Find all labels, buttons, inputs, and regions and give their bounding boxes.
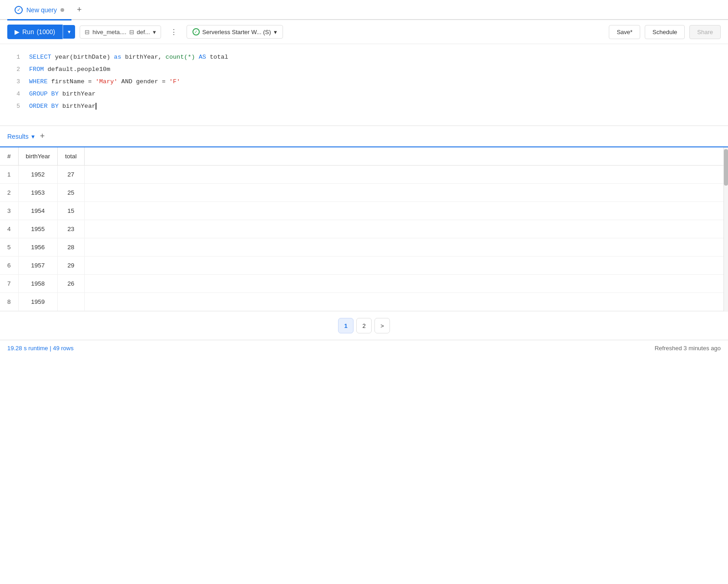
cell-empty <box>84 238 728 257</box>
results-table: # birthYear total 1195227219532531954154… <box>0 147 728 311</box>
col-header-num: # <box>0 147 18 166</box>
results-dropdown-icon: ▾ <box>31 133 35 140</box>
col-header-empty <box>84 147 728 166</box>
table-row: 81959 <box>0 293 728 311</box>
cell-empty <box>84 257 728 275</box>
code-content: GROUP BY birthYear <box>29 89 96 100</box>
results-section: Results ▾ + # birthYear total 1195227219… <box>0 126 728 340</box>
add-tab-button[interactable]: + <box>71 0 87 20</box>
query-tab[interactable]: ✓ New query <box>7 0 71 20</box>
line-number: 2 <box>7 65 20 75</box>
results-tab-label: Results <box>7 133 29 140</box>
code-line-2: 2 FROM default.people10m <box>0 64 728 76</box>
col-header-birthyear: birthYear <box>18 147 58 166</box>
page-next-button[interactable]: > <box>374 318 390 333</box>
run-triangle-icon: ▶ <box>15 28 20 35</box>
cell-total: 25 <box>58 184 85 202</box>
toolbar: ▶ Run (1000) ▾ ⊟ hive_meta.... ⊟ def... … <box>0 20 728 44</box>
refreshed-status: Refreshed 3 minutes ago <box>655 345 721 352</box>
tab-check-icon: ✓ <box>15 6 23 14</box>
cell-empty <box>84 202 728 220</box>
results-header: Results ▾ + <box>0 126 728 147</box>
chevron-down-icon: ▾ <box>68 29 71 35</box>
results-tab[interactable]: Results ▾ <box>7 133 35 140</box>
cell-empty <box>84 220 728 238</box>
more-options-button[interactable]: ⋮ <box>166 25 182 39</box>
cell-birthyear: 1959 <box>18 293 58 311</box>
page-1-button[interactable]: 1 <box>338 318 354 333</box>
table-row: 1195227 <box>0 166 728 184</box>
table-row: 7195826 <box>0 275 728 293</box>
cell-empty <box>84 275 728 293</box>
schedule-button[interactable]: Schedule <box>645 25 685 39</box>
cell-total: 23 <box>58 220 85 238</box>
save-button[interactable]: Save* <box>609 25 640 39</box>
scrollbar-thumb[interactable] <box>724 149 728 186</box>
cell-row-num: 8 <box>0 293 18 311</box>
catalog-icon: ⊟ <box>85 29 90 35</box>
runtime-status: 19.28 s runtime | 49 rows <box>7 345 74 352</box>
cell-empty <box>84 166 728 184</box>
code-editor[interactable]: 1 SELECT year(birthDate) as birthYear, c… <box>0 44 728 126</box>
tab-bar: ✓ New query + <box>0 0 728 20</box>
cell-empty <box>84 184 728 202</box>
add-result-tab-button[interactable]: + <box>38 131 47 141</box>
run-label: Run <box>22 28 34 35</box>
code-line-1: 1 SELECT year(birthDate) as birthYear, c… <box>0 51 728 64</box>
table-row: 3195415 <box>0 202 728 220</box>
catalog-label: hive_meta.... <box>92 29 126 35</box>
code-content: WHERE firstName = 'Mary' AND gender = 'F… <box>29 77 180 87</box>
status-bar: 19.28 s runtime | 49 rows Refreshed 3 mi… <box>0 340 728 356</box>
schema-label: def... <box>137 29 150 35</box>
chevron-down-icon: ▾ <box>153 29 156 35</box>
code-line-3: 3 WHERE firstName = 'Mary' AND gender = … <box>0 76 728 88</box>
cell-total <box>58 293 85 311</box>
cell-row-num: 6 <box>0 257 18 275</box>
run-dropdown-button[interactable]: ▾ <box>63 25 75 39</box>
table-row: 6195729 <box>0 257 728 275</box>
table-header-row: # birthYear total <box>0 147 728 166</box>
run-button[interactable]: ▶ Run (1000) <box>7 25 63 39</box>
table-row: 4195523 <box>0 220 728 238</box>
cluster-label: Serverless Starter W... (S) <box>202 29 271 35</box>
page-2-button[interactable]: 2 <box>356 318 372 333</box>
cell-row-num: 4 <box>0 220 18 238</box>
schema-icon: ⊟ <box>129 29 134 35</box>
tab-label: New query <box>26 6 57 14</box>
code-content: SELECT year(birthDate) as birthYear, cou… <box>29 52 228 63</box>
cluster-selector[interactable]: ✓ Serverless Starter W... (S) ▾ <box>187 25 283 39</box>
share-button[interactable]: Share <box>689 25 721 39</box>
results-table-wrapper: # birthYear total 1195227219532531954154… <box>0 147 728 311</box>
col-header-total: total <box>58 147 85 166</box>
run-button-group: ▶ Run (1000) ▾ <box>7 25 75 39</box>
cell-row-num: 7 <box>0 275 18 293</box>
cell-birthyear: 1956 <box>18 238 58 257</box>
catalog-selector[interactable]: ⊟ hive_meta.... ⊟ def... ▾ <box>80 25 161 39</box>
cell-row-num: 5 <box>0 238 18 257</box>
pagination: 1 2 > <box>0 311 728 340</box>
cell-row-num: 3 <box>0 202 18 220</box>
table-row: 5195628 <box>0 238 728 257</box>
cell-birthyear: 1958 <box>18 275 58 293</box>
line-number: 1 <box>7 52 20 62</box>
line-number: 3 <box>7 77 20 87</box>
code-content: FROM default.people10m <box>29 65 110 75</box>
line-number: 4 <box>7 89 20 99</box>
tab-modified-dot <box>61 8 64 12</box>
cell-birthyear: 1955 <box>18 220 58 238</box>
cell-total: 26 <box>58 275 85 293</box>
cell-birthyear: 1957 <box>18 257 58 275</box>
cluster-status-icon: ✓ <box>192 28 200 35</box>
cell-total: 28 <box>58 238 85 257</box>
cell-empty <box>84 293 728 311</box>
table-row: 2195325 <box>0 184 728 202</box>
line-number: 5 <box>7 101 20 111</box>
cell-row-num: 2 <box>0 184 18 202</box>
scrollbar-track[interactable] <box>723 147 728 311</box>
chevron-down-icon: ▾ <box>274 29 277 35</box>
cell-birthyear: 1952 <box>18 166 58 184</box>
cell-row-num: 1 <box>0 166 18 184</box>
code-line-4: 4 GROUP BY birthYear <box>0 88 728 101</box>
code-line-5: 5 ORDER BY birthYear <box>0 101 728 113</box>
cell-total: 27 <box>58 166 85 184</box>
